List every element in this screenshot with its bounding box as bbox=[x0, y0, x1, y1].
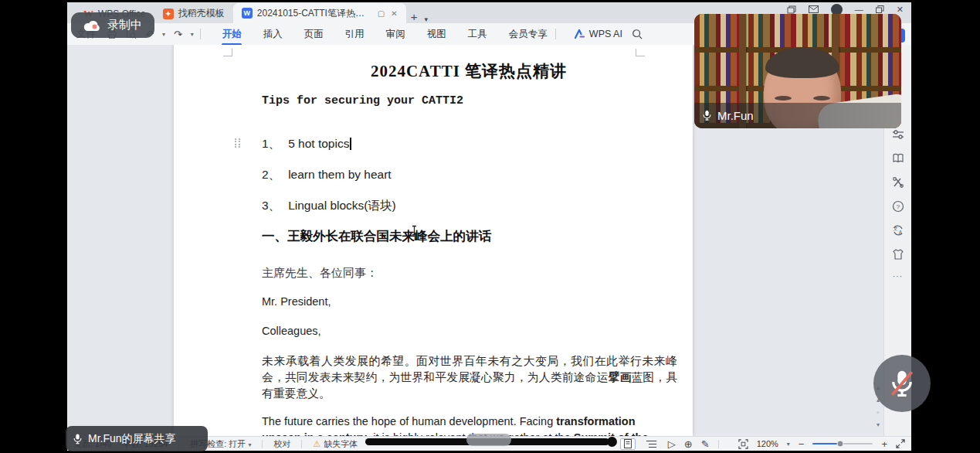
margin-mark-left bbox=[223, 49, 232, 56]
document-page[interactable]: 2024CATTI 笔译热点精讲 Tips for securing your … bbox=[174, 45, 693, 436]
properties-tune-icon[interactable] bbox=[892, 128, 904, 141]
minimize-icon[interactable]: — bbox=[855, 5, 863, 14]
divider bbox=[200, 29, 201, 39]
ribbon-tab-home[interactable]: 开始 bbox=[221, 24, 243, 45]
missing-font-warning[interactable]: ⚠缺失字体 bbox=[313, 438, 358, 450]
meeting-shared-screen: W WPS Office ✦ 找稻壳模板 W 20241015-CATTI笔译热… bbox=[0, 0, 980, 453]
muted-microphone-icon bbox=[889, 369, 915, 398]
list-item-number: 2、 bbox=[262, 168, 280, 181]
tab-close-icon[interactable]: ✕ bbox=[391, 9, 397, 18]
zoom-level[interactable]: 120% bbox=[757, 439, 778, 448]
paragraph-drag-handle-icon[interactable] bbox=[233, 138, 241, 148]
ribbon-tabs: 开始 插入 页面 引用 审阅 视图 工具 会员专享 bbox=[221, 24, 549, 45]
page-view-icon[interactable] bbox=[620, 438, 636, 450]
ribbon-tab-reference[interactable]: 引用 bbox=[344, 24, 366, 45]
unmute-button[interactable] bbox=[873, 355, 931, 412]
tabs-stack-icon[interactable] bbox=[787, 5, 796, 14]
margin-mark-right bbox=[636, 49, 645, 56]
document-title: 2024CATTI 笔译热点精讲 bbox=[262, 60, 676, 82]
outline-view-icon[interactable] bbox=[644, 438, 660, 450]
select-browse-object-icon[interactable]: ▫ bbox=[877, 409, 880, 416]
zoom-out-button[interactable]: − bbox=[799, 439, 805, 449]
tab-current-document[interactable]: W 20241015-CATTI笔译热点精讲 ▢ ✕ bbox=[233, 3, 406, 23]
document-subtitle: Tips for securing your CATTI2 bbox=[262, 94, 463, 107]
cloud-recording-icon bbox=[83, 19, 101, 32]
floating-control-knob[interactable] bbox=[607, 437, 617, 447]
share-label: Mr.Fun的屏幕共享 bbox=[88, 432, 176, 446]
web-layout-globe-icon[interactable]: ⊕ bbox=[684, 439, 693, 449]
paragraph-english: The future carries the hope of human dev… bbox=[262, 414, 665, 436]
list-item: 1、5 hot topics bbox=[262, 136, 351, 152]
docer-icon: ✦ bbox=[163, 9, 174, 19]
zoom-in-button[interactable]: + bbox=[881, 439, 887, 449]
participant-video[interactable]: Mr.Fun bbox=[694, 14, 901, 128]
section-heading: 一、王毅外长在联合国未来峰会上的讲话 bbox=[262, 228, 491, 245]
tab-docer-templates[interactable]: ✦ 找稻壳模板 bbox=[154, 4, 233, 23]
svg-text:A: A bbox=[898, 230, 902, 235]
fullscreen-icon[interactable] bbox=[896, 439, 905, 448]
sidebar-more-icon[interactable]: ··· bbox=[893, 272, 903, 281]
redo-icon[interactable]: ↷ bbox=[174, 29, 182, 39]
tools-icon[interactable] bbox=[892, 176, 904, 189]
divider bbox=[262, 440, 263, 448]
video-name-label: Mr.Fun bbox=[694, 103, 901, 128]
proofread-button[interactable]: 校对 bbox=[273, 438, 290, 450]
salutation-en-president: Mr. President, bbox=[262, 295, 331, 308]
svg-text:?: ? bbox=[896, 203, 900, 210]
zoom-slider[interactable] bbox=[812, 443, 873, 444]
help-icon[interactable]: ? bbox=[892, 200, 904, 213]
list-item-number: 1、 bbox=[262, 137, 280, 150]
wps-ai-label: WPS AI bbox=[589, 29, 622, 39]
list-item-text: learn them by heart bbox=[288, 168, 392, 181]
ibeam-cursor bbox=[411, 225, 418, 236]
reading-notes-icon[interactable] bbox=[892, 152, 904, 165]
next-page-icon[interactable]: ▾ bbox=[877, 421, 880, 428]
wps-ai-button[interactable]: WPS AI bbox=[575, 29, 622, 39]
tab-options-icon[interactable]: ▢ bbox=[378, 9, 385, 18]
list-item-text: Lingual blocks(语块) bbox=[288, 199, 396, 212]
microphone-icon bbox=[702, 110, 712, 121]
tab-list-dropdown-icon[interactable]: ▾ bbox=[422, 15, 430, 23]
mail-icon[interactable] bbox=[809, 5, 819, 13]
svg-text:文: 文 bbox=[893, 226, 898, 231]
page-indicator-bubble bbox=[466, 434, 511, 446]
list-item: 2、learn them by heart bbox=[262, 167, 392, 183]
divider bbox=[718, 440, 719, 448]
translate-icon[interactable]: 文A bbox=[892, 224, 904, 237]
ribbon-tab-member[interactable]: 会员专享 bbox=[507, 24, 549, 45]
salutation-cn: 主席先生、各位同事： bbox=[262, 266, 378, 281]
ribbon-tab-view[interactable]: 视图 bbox=[426, 24, 448, 45]
search-icon[interactable] bbox=[632, 29, 643, 39]
zoom-slider-knob[interactable] bbox=[836, 441, 843, 448]
ink-pen-icon[interactable]: ✎ bbox=[701, 439, 710, 449]
ribbon-tab-tools[interactable]: 工具 bbox=[466, 24, 489, 45]
undo-dropdown-icon[interactable]: ▾ bbox=[162, 31, 165, 38]
ribbon-tab-review[interactable]: 审阅 bbox=[385, 24, 407, 45]
chevron-down-icon: ▾ bbox=[248, 441, 251, 448]
ribbon-tab-insert[interactable]: 插入 bbox=[262, 24, 284, 45]
screen-share-indicator: Mr.Fun的屏幕共享 bbox=[66, 426, 208, 451]
word-doc-icon: W bbox=[242, 8, 253, 19]
tab-label: 20241015-CATTI笔译热点精讲 bbox=[257, 7, 371, 20]
skin-theme-icon[interactable] bbox=[892, 248, 904, 261]
new-tab-button[interactable]: + bbox=[406, 10, 422, 23]
recording-label: 录制中 bbox=[107, 18, 142, 32]
close-icon[interactable]: ✕ bbox=[897, 5, 904, 14]
fit-page-icon[interactable] bbox=[738, 439, 748, 449]
microphone-icon bbox=[73, 433, 83, 445]
text-caret bbox=[350, 138, 351, 150]
ribbon-tab-page[interactable]: 页面 bbox=[303, 24, 325, 45]
view-and-zoom-controls: ▷ ⊕ ✎ 120% ▾ − + bbox=[620, 438, 905, 450]
list-item-number: 3、 bbox=[262, 199, 280, 212]
list-item-text: 5 hot topics bbox=[288, 137, 349, 150]
warning-icon: ⚠ bbox=[313, 439, 320, 448]
salutation-en-colleagues: Colleagues, bbox=[262, 325, 321, 337]
wps-ai-icon bbox=[575, 29, 585, 39]
zoom-dropdown-icon[interactable]: ▾ bbox=[787, 441, 790, 448]
divider bbox=[555, 29, 556, 39]
tab-label: 找稻壳模板 bbox=[178, 7, 225, 20]
qat-customize-icon[interactable]: ▾ bbox=[191, 31, 194, 38]
divider bbox=[301, 440, 302, 448]
restore-icon[interactable] bbox=[876, 5, 884, 13]
presentation-play-icon[interactable]: ▷ bbox=[668, 439, 676, 449]
